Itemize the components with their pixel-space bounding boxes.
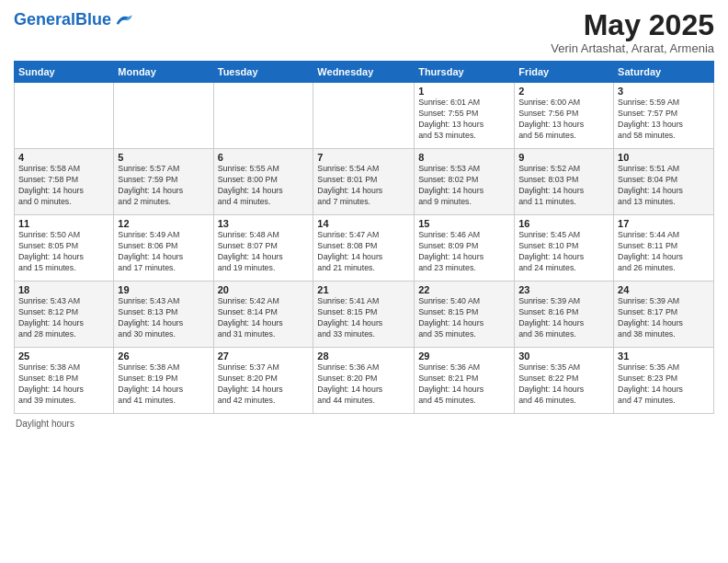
day-info: Sunrise: 5:48 AM Sunset: 8:07 PM Dayligh…	[218, 230, 310, 274]
calendar-cell: 8Sunrise: 5:53 AM Sunset: 8:02 PM Daylig…	[415, 149, 515, 215]
day-number: 1	[418, 86, 510, 97]
day-info: Sunrise: 5:45 AM Sunset: 8:10 PM Dayligh…	[518, 230, 609, 274]
logo-general: General	[14, 10, 75, 29]
day-number: 6	[218, 152, 310, 163]
calendar-cell: 30Sunrise: 5:35 AM Sunset: 8:22 PM Dayli…	[515, 348, 614, 414]
day-info: Sunrise: 5:38 AM Sunset: 8:19 PM Dayligh…	[118, 362, 209, 407]
calendar-title: May 2025	[551, 9, 714, 41]
calendar-cell: 31Sunrise: 5:35 AM Sunset: 8:23 PM Dayli…	[614, 348, 714, 414]
calendar-cell: 12Sunrise: 5:49 AM Sunset: 8:06 PM Dayli…	[114, 215, 213, 282]
day-number: 4	[18, 152, 109, 163]
day-header-thursday: Thursday	[415, 62, 515, 83]
day-info: Sunrise: 5:51 AM Sunset: 8:04 PM Dayligh…	[618, 164, 710, 208]
calendar-cell	[114, 83, 213, 149]
day-number: 21	[317, 284, 410, 295]
day-info: Sunrise: 5:35 AM Sunset: 8:22 PM Dayligh…	[518, 362, 609, 407]
day-info: Sunrise: 5:46 AM Sunset: 8:09 PM Dayligh…	[418, 230, 510, 274]
day-number: 26	[118, 350, 209, 362]
day-info: Sunrise: 5:55 AM Sunset: 8:00 PM Dayligh…	[218, 164, 310, 208]
calendar-cell: 29Sunrise: 5:36 AM Sunset: 8:21 PM Dayli…	[415, 348, 515, 414]
day-info: Sunrise: 5:58 AM Sunset: 7:58 PM Dayligh…	[18, 164, 109, 208]
day-info: Sunrise: 5:54 AM Sunset: 8:01 PM Dayligh…	[317, 164, 410, 208]
calendar-cell: 28Sunrise: 5:36 AM Sunset: 8:20 PM Dayli…	[313, 348, 415, 414]
calendar-cell: 6Sunrise: 5:55 AM Sunset: 8:00 PM Daylig…	[213, 149, 313, 215]
day-info: Sunrise: 5:36 AM Sunset: 8:21 PM Dayligh…	[418, 362, 510, 407]
calendar-cell: 2Sunrise: 6:00 AM Sunset: 7:56 PM Daylig…	[515, 83, 614, 149]
footer-label: Daylight hours	[16, 419, 74, 429]
calendar-cell	[15, 83, 114, 149]
day-number: 8	[418, 152, 510, 163]
footer: Daylight hours	[14, 419, 714, 429]
calendar-cell: 11Sunrise: 5:50 AM Sunset: 8:05 PM Dayli…	[15, 215, 114, 282]
calendar-cell: 14Sunrise: 5:47 AM Sunset: 8:08 PM Dayli…	[313, 215, 415, 282]
header: GeneralBlue May 2025 Verin Artashat, Ara…	[14, 9, 714, 55]
day-number: 22	[418, 284, 510, 295]
day-info: Sunrise: 5:43 AM Sunset: 8:13 PM Dayligh…	[118, 296, 209, 340]
day-info: Sunrise: 5:47 AM Sunset: 8:08 PM Dayligh…	[317, 230, 410, 274]
day-number: 14	[317, 218, 410, 229]
day-info: Sunrise: 5:59 AM Sunset: 7:57 PM Dayligh…	[618, 98, 710, 142]
day-number: 3	[618, 86, 710, 97]
day-number: 11	[18, 218, 109, 229]
calendar-cell: 21Sunrise: 5:41 AM Sunset: 8:15 PM Dayli…	[313, 282, 415, 348]
day-info: Sunrise: 5:36 AM Sunset: 8:20 PM Dayligh…	[317, 362, 410, 407]
week-row-4: 25Sunrise: 5:38 AM Sunset: 8:18 PM Dayli…	[15, 348, 714, 414]
day-info: Sunrise: 5:37 AM Sunset: 8:20 PM Dayligh…	[218, 362, 310, 407]
calendar-cell	[213, 83, 313, 149]
logo: GeneralBlue	[14, 9, 133, 29]
week-row-1: 4Sunrise: 5:58 AM Sunset: 7:58 PM Daylig…	[15, 149, 714, 215]
logo-text: GeneralBlue	[14, 11, 111, 28]
day-info: Sunrise: 6:01 AM Sunset: 7:55 PM Dayligh…	[418, 98, 510, 142]
calendar-cell: 18Sunrise: 5:43 AM Sunset: 8:12 PM Dayli…	[15, 282, 114, 348]
calendar-cell: 26Sunrise: 5:38 AM Sunset: 8:19 PM Dayli…	[114, 348, 213, 414]
day-number: 20	[218, 284, 310, 295]
day-number: 17	[618, 218, 710, 229]
day-number: 16	[518, 218, 609, 229]
day-header-sunday: Sunday	[15, 62, 114, 83]
day-number: 10	[618, 152, 710, 163]
day-number: 24	[618, 284, 710, 295]
day-info: Sunrise: 5:53 AM Sunset: 8:02 PM Dayligh…	[418, 164, 510, 208]
week-row-0: 1Sunrise: 6:01 AM Sunset: 7:55 PM Daylig…	[15, 83, 714, 149]
calendar-cell: 19Sunrise: 5:43 AM Sunset: 8:13 PM Dayli…	[114, 282, 213, 348]
day-number: 12	[118, 218, 209, 229]
logo-blue: Blue	[75, 10, 111, 29]
day-number: 5	[118, 152, 209, 163]
day-info: Sunrise: 5:40 AM Sunset: 8:15 PM Dayligh…	[418, 296, 510, 340]
day-info: Sunrise: 5:44 AM Sunset: 8:11 PM Dayligh…	[618, 230, 710, 274]
day-info: Sunrise: 5:49 AM Sunset: 8:06 PM Dayligh…	[118, 230, 209, 274]
day-info: Sunrise: 5:52 AM Sunset: 8:03 PM Dayligh…	[518, 164, 609, 208]
calendar-cell: 15Sunrise: 5:46 AM Sunset: 8:09 PM Dayli…	[415, 215, 515, 282]
day-number: 2	[518, 86, 609, 97]
day-number: 30	[518, 350, 609, 362]
day-info: Sunrise: 5:42 AM Sunset: 8:14 PM Dayligh…	[218, 296, 310, 340]
day-number: 27	[218, 350, 310, 362]
day-info: Sunrise: 5:35 AM Sunset: 8:23 PM Dayligh…	[618, 362, 710, 407]
calendar-cell: 24Sunrise: 5:39 AM Sunset: 8:17 PM Dayli…	[614, 282, 714, 348]
calendar-cell: 27Sunrise: 5:37 AM Sunset: 8:20 PM Dayli…	[213, 348, 313, 414]
calendar-table: SundayMondayTuesdayWednesdayThursdayFrid…	[14, 61, 714, 414]
calendar-cell: 10Sunrise: 5:51 AM Sunset: 8:04 PM Dayli…	[614, 149, 714, 215]
day-info: Sunrise: 5:39 AM Sunset: 8:16 PM Dayligh…	[518, 296, 609, 340]
logo-bird-icon	[113, 9, 133, 29]
calendar-cell: 22Sunrise: 5:40 AM Sunset: 8:15 PM Dayli…	[415, 282, 515, 348]
calendar-page: GeneralBlue May 2025 Verin Artashat, Ara…	[0, 0, 728, 563]
days-header-row: SundayMondayTuesdayWednesdayThursdayFrid…	[15, 62, 714, 83]
calendar-cell: 17Sunrise: 5:44 AM Sunset: 8:11 PM Dayli…	[614, 215, 714, 282]
calendar-cell: 25Sunrise: 5:38 AM Sunset: 8:18 PM Dayli…	[15, 348, 114, 414]
calendar-cell: 1Sunrise: 6:01 AM Sunset: 7:55 PM Daylig…	[415, 83, 515, 149]
day-number: 23	[518, 284, 609, 295]
calendar-cell: 20Sunrise: 5:42 AM Sunset: 8:14 PM Dayli…	[213, 282, 313, 348]
day-number: 29	[418, 350, 510, 362]
week-row-2: 11Sunrise: 5:50 AM Sunset: 8:05 PM Dayli…	[15, 215, 714, 282]
calendar-cell: 7Sunrise: 5:54 AM Sunset: 8:01 PM Daylig…	[313, 149, 415, 215]
day-number: 18	[18, 284, 109, 295]
day-header-monday: Monday	[114, 62, 213, 83]
day-header-friday: Friday	[515, 62, 614, 83]
calendar-cell: 13Sunrise: 5:48 AM Sunset: 8:07 PM Dayli…	[213, 215, 313, 282]
day-info: Sunrise: 5:39 AM Sunset: 8:17 PM Dayligh…	[618, 296, 710, 340]
day-number: 13	[218, 218, 310, 229]
calendar-cell: 3Sunrise: 5:59 AM Sunset: 7:57 PM Daylig…	[614, 83, 714, 149]
title-area: May 2025 Verin Artashat, Ararat, Armenia	[551, 9, 714, 55]
day-number: 7	[317, 152, 410, 163]
